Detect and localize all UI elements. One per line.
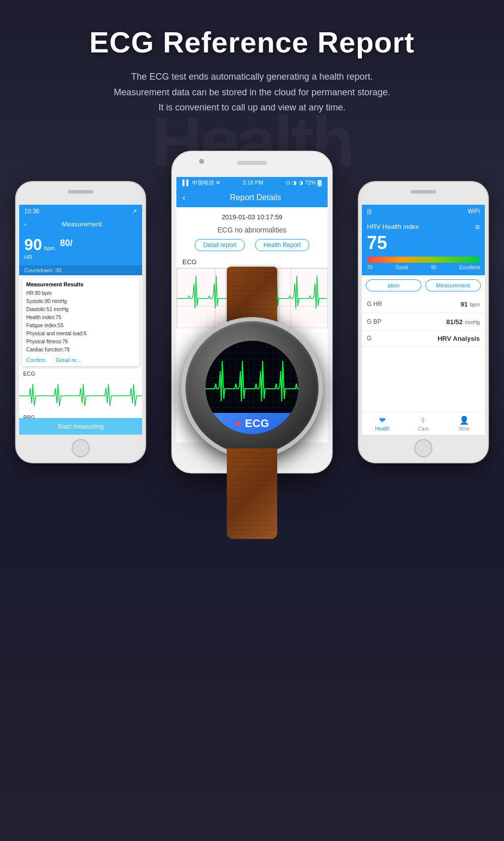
center-nav-title: Report Details [190, 193, 322, 202]
left-hr-value: 90 [24, 235, 42, 254]
left-screen-title: Measurement [61, 220, 101, 228]
health-nav-icon: ❤ [379, 415, 386, 425]
popup-systolic: Systolic:80 mmHg [26, 297, 135, 306]
right-wifi: WiFi [468, 208, 480, 215]
left-hr-unit: bpm [44, 245, 55, 251]
right-status-bar: ||| WiFi [362, 205, 485, 218]
center-tabs: Detail report Health Report [176, 239, 328, 256]
subtitle-line2: Measurement data can be stored in the cl… [114, 87, 390, 97]
center-nav-bar: ‹ Report Details [176, 189, 328, 207]
center-status-bar: ▌▌ 中国电信 ≋ 3:18 PM ⊙ ◑ ◑ 72% ▓ [176, 177, 328, 189]
nav-health-label: Health [375, 426, 390, 432]
page-title: ECG Reference Report [40, 25, 464, 59]
right-list-icon: ≡ [475, 223, 480, 232]
right-hr-row: G HR 91 bpm [362, 295, 485, 313]
countdown-label: Countdown: [24, 267, 54, 273]
right-phone-home-button[interactable] [414, 439, 432, 457]
popup-hr: HR:90 bpm [26, 289, 135, 297]
watch-heart-icon: ♥ [235, 418, 241, 430]
right-hr-value: 91 bpm [461, 299, 480, 309]
nav-item-care[interactable]: ⚕ Care [403, 412, 444, 435]
left-bpm-box: 90 bpm HR [24, 235, 55, 260]
measurement-popup: Measurement Results HR:90 bpm Systolic:8… [22, 278, 139, 366]
hrv-label-90: 90 [431, 265, 436, 270]
tab-detail-report[interactable]: Detail report [195, 239, 244, 251]
countdown-bar: Countdown: 30 [19, 265, 142, 275]
right-bp-label: G BP [367, 318, 382, 325]
right-hrv-labels: 70 Good 90 Excellent [367, 265, 480, 270]
hrv-label-70: 70 [367, 265, 372, 270]
watch-body: ♥ ECG [181, 317, 323, 458]
watch-wrapper: ♥ ECG [181, 317, 323, 458]
watch-screen: ♥ ECG [206, 341, 299, 434]
start-measuring-btn[interactable]: Start measuring [19, 418, 142, 435]
center-report-date: 2019-01-03 10:17:59 [176, 207, 328, 224]
left-ecg-label: ECG [19, 369, 142, 378]
right-ation-btn[interactable]: ation [366, 279, 421, 291]
left-ecg-chart [19, 378, 142, 413]
watch-ecg-display: ♥ ECG [206, 341, 299, 434]
popup-data: HR:90 bpm Systolic:80 mmHg Diastolic:51 … [26, 289, 135, 354]
popup-physical-fitness: Physical fitness:76 [26, 338, 135, 346]
nav-item-health[interactable]: ❤ Health [362, 412, 403, 435]
right-bp-value-container: 81/52 mmHg [447, 317, 480, 326]
watch-ecg-text: ECG [245, 417, 269, 430]
center-ecg-status: ECG no abnormalities [176, 224, 328, 239]
right-bp-unit: mmHg [465, 320, 480, 325]
left-phone-home-button[interactable] [72, 439, 90, 457]
popup-confirm-btn[interactable]: Confirm [26, 357, 46, 363]
popup-diastolic: Diastolic:51 mmHg [26, 306, 135, 314]
right-hrv-title: HRV Health index [367, 223, 419, 230]
watch-crown [320, 378, 323, 398]
tab-health-report[interactable]: Health Report [255, 239, 309, 251]
left-bp-box: 80/ [60, 235, 73, 260]
start-btn-label: Start measuring [57, 423, 104, 430]
center-phone-speaker [237, 161, 267, 165]
page-background: Health ECG Reference Report The ECG test… [0, 0, 504, 841]
care-nav-icon: ⚕ [421, 415, 425, 425]
right-bottom-nav: ❤ Health ⚕ Care 👤 Mine [362, 412, 485, 435]
right-hr-label: G HR [367, 301, 382, 308]
nav-mine-label: Mine [459, 426, 470, 432]
center-battery: ⊙ ◑ ◑ 72% ▓ [286, 179, 322, 186]
left-phone: 10:36 ↗ ‹ Measurement 90 bpm [15, 181, 146, 463]
popup-physical-mental: Physical and mental load:6 [26, 330, 135, 338]
popup-cardiac: Cardiac function:79 [26, 346, 135, 354]
center-carrier: ▌▌ 中国电信 ≋ [182, 179, 220, 187]
right-action-row: ation Measurement [362, 275, 485, 295]
right-hrv-label2: G [367, 335, 371, 342]
watch-ecg-label-bar: ♥ ECG [206, 413, 299, 434]
center-phone-camera [199, 159, 204, 164]
left-phone-speaker [68, 190, 93, 194]
left-bp-value: 80/ [60, 238, 73, 248]
right-hrv-bar [367, 257, 480, 263]
center-back-arrow[interactable]: ‹ [182, 193, 185, 203]
right-hrv-value: 75 [367, 232, 480, 254]
right-hr-value-num: 91 [461, 301, 468, 308]
right-measurement-btn[interactable]: Measurement [425, 279, 481, 291]
right-bp-value: 81/52 [447, 318, 463, 326]
phones-container: 10:36 ↗ ‹ Measurement 90 bpm [0, 141, 504, 771]
nav-item-mine[interactable]: 👤 Mine [444, 412, 485, 435]
popup-buttons: Confirm Detail re... [26, 357, 135, 363]
hrv-label-excellent: Excellent [459, 265, 480, 270]
hrv-label-good: Good [396, 265, 408, 270]
popup-title: Measurement Results [26, 281, 135, 287]
right-hrv-section: HRV Health index ≡ 75 70 Good 90 Excelle… [362, 218, 485, 275]
left-ecg-text: ECG [23, 371, 35, 377]
popup-health-index: Health index:75 [26, 314, 135, 322]
center-ecg-label: ECG [176, 256, 328, 268]
left-hr-label: HR [24, 254, 55, 260]
watch-strap-bottom [227, 448, 277, 539]
left-back-btn[interactable]: ‹ [24, 220, 26, 228]
center-time: 3:18 PM [242, 179, 263, 186]
nav-care-label: Care [418, 426, 429, 432]
right-phone-speaker [411, 190, 436, 194]
countdown-value: 30 [55, 267, 61, 273]
strap-bottom-texture [227, 448, 277, 539]
popup-fatigue-index: Fatigue index:55 [26, 322, 135, 330]
left-signal: ↗ [132, 208, 137, 215]
popup-detail-btn[interactable]: Detail re... [56, 357, 81, 363]
left-time: 10:36 [24, 208, 39, 215]
left-ecg-svg [19, 378, 142, 413]
